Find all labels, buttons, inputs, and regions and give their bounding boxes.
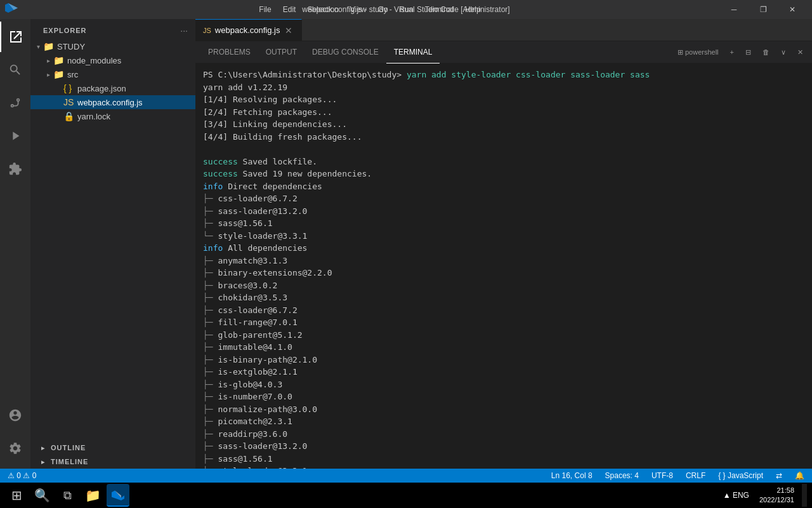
close-button[interactable]: ✕ (778, 0, 807, 19)
account-activity-icon[interactable] (0, 400, 30, 431)
tab-bar: JS webpack.config.js ✕ (195, 19, 812, 41)
terminal-line (203, 143, 804, 156)
minimize-button[interactable]: ─ (719, 0, 749, 19)
titlebar-controls: ─ ❐ ✕ (719, 0, 807, 19)
indentation[interactable]: Spaces: 4 (603, 471, 641, 480)
activity-bar (0, 19, 30, 469)
show-desktop-button[interactable] (802, 484, 807, 507)
tree-item-yarn-lock[interactable]: 🔒 yarn.lock (30, 109, 195, 123)
search-taskbar-button[interactable]: 🔍 (30, 484, 53, 507)
tree-label-src: src (67, 70, 78, 79)
chevron-right-icon: ▸ (43, 71, 53, 78)
tree-item-src[interactable]: ▸ 📁 src (30, 67, 195, 81)
taskbar-right: ▲ ENG 21:58 2022/12/31 (721, 484, 807, 507)
taskbar-datetime[interactable]: 21:58 2022/12/31 (757, 486, 797, 505)
powershell-icon: ⊞ (678, 48, 683, 57)
sidebar-timeline-section[interactable]: ▸ TIMELINE (30, 455, 195, 469)
chevron-right-icon: ▸ (38, 458, 48, 465)
tree-item-package-json[interactable]: { } package.json (30, 81, 195, 95)
terminal-line: ├─ is-glob@4.0.3 (203, 378, 804, 391)
tab-terminal[interactable]: TERMINAL (386, 41, 440, 64)
folder-icon: 📁 (53, 55, 65, 65)
error-warning-count[interactable]: ⚠ 0 ⚠ 0 (5, 471, 39, 480)
vscode-taskbar-icon[interactable] (107, 484, 129, 507)
source-control-activity-icon[interactable] (0, 88, 30, 118)
terminal-label: TERMINAL (394, 48, 433, 57)
tree-item-webpack-config[interactable]: JS webpack.config.js (30, 95, 195, 109)
taskbar-time: 21:58 (759, 486, 794, 495)
kill-terminal-button[interactable]: 🗑 (759, 47, 773, 57)
run-activity-icon[interactable] (0, 121, 30, 151)
terminal-line: ├─ binary-extensions@2.2.0 (203, 267, 804, 279)
panel-tab-right: ⊞ powershell + ⊟ 🗑 ∨ ✕ (674, 47, 812, 58)
format-icon[interactable]: ⇄ (773, 471, 785, 480)
sidebar-more-button[interactable]: ··· (180, 25, 188, 36)
sidebar-outline-section[interactable]: ▸ OUTLINE (30, 441, 195, 455)
lock-icon: 🔒 (63, 111, 75, 121)
terminal-line: ├─ sass-loader@13.2.0 (203, 440, 804, 453)
line-ending[interactable]: CRLF (683, 471, 708, 480)
add-terminal-button[interactable]: + (726, 47, 738, 57)
terminal-line: [4/4] Building fresh packages... (203, 131, 804, 144)
terminal-line: ├─ anymatch@3.1.3 (203, 255, 804, 267)
panel-chevron-down[interactable]: ∨ (777, 47, 790, 58)
terminal-line: ├─ readdirp@3.6.0 (203, 428, 804, 441)
settings-activity-icon[interactable] (0, 433, 30, 464)
app-icon (5, 3, 18, 16)
extensions-activity-icon[interactable] (0, 154, 30, 184)
search-activity-icon[interactable] (0, 55, 30, 85)
cursor-position[interactable]: Ln 16, Col 8 (549, 471, 595, 480)
terminal-line: info All dependencies (203, 242, 804, 255)
panel-tab-bar: PROBLEMS OUTPUT DEBUG CONSOLE TERMINAL ⊞… (195, 41, 812, 64)
sidebar: EXPLORER ··· ▾ 📁 STUDY ▸ 📁 node_modules … (30, 19, 195, 469)
terminal-line: ├─ sass@1.56.1 (203, 217, 804, 230)
tree-label-node-modules: node_modules (67, 56, 121, 65)
tab-webpack-config[interactable]: JS webpack.config.js ✕ (195, 19, 302, 41)
taskbar: ⊞ 🔍 ⧉ 📁 ▲ ENG 21:58 2022/12/31 (0, 483, 812, 508)
tab-output[interactable]: OUTPUT (258, 41, 304, 64)
tab-close-button[interactable]: ✕ (284, 25, 294, 36)
task-view-button[interactable]: ⧉ (56, 484, 79, 507)
terminal-line: ├─ picomatch@2.3.1 (203, 415, 804, 428)
titlebar-title: webpack.config.js - study - Visual Studi… (302, 5, 509, 14)
terminal-line: ├─ css-loader@6.7.2 (203, 304, 804, 317)
taskbar-date: 2022/12/31 (759, 495, 794, 505)
start-button[interactable]: ⊞ (5, 484, 28, 507)
tree-item-study[interactable]: ▾ 📁 STUDY (30, 39, 195, 53)
terminal-line: ├─ css-loader@6.7.2 (203, 192, 804, 205)
terminal-content[interactable]: PS C:\Users\Administrator\Desktop\study>… (195, 64, 812, 469)
notifications-icon[interactable]: 🔔 (792, 471, 807, 480)
explorer-activity-icon[interactable] (0, 22, 30, 52)
warning-icon: ⚠ (23, 471, 30, 480)
taskbar-left: ⊞ 🔍 ⧉ 📁 (5, 484, 129, 507)
terminal-line: ├─ sass@1.56.1 (203, 453, 804, 465)
tab-problems[interactable]: PROBLEMS (200, 41, 258, 64)
terminal-line: ├─ fill-range@7.0.1 (203, 316, 804, 329)
tree-item-node-modules[interactable]: ▸ 📁 node_modules (30, 53, 195, 67)
split-terminal-button[interactable]: ⊟ (742, 47, 755, 58)
tab-js-icon: JS (203, 27, 211, 34)
status-bar-right: Ln 16, Col 8 Spaces: 4 UTF-8 CRLF { } Ja… (549, 471, 807, 480)
explorer-taskbar-icon[interactable]: 📁 (81, 484, 104, 507)
chevron-right-icon: ▸ (43, 57, 53, 64)
terminal-line: └─ style-loader@3.3.1 (203, 230, 804, 243)
debug-console-label: DEBUG CONSOLE (312, 48, 379, 57)
terminal-line: yarn add v1.22.19 (203, 81, 804, 94)
timeline-label: TIMELINE (51, 458, 88, 465)
powershell-label[interactable]: ⊞ powershell (674, 47, 723, 58)
panel-close-button[interactable]: ✕ (794, 47, 807, 58)
menu-file[interactable]: File (254, 4, 276, 15)
tree-label-package-json: package.json (77, 84, 126, 93)
problems-label: PROBLEMS (208, 48, 251, 57)
js-icon: JS (63, 97, 75, 107)
tab-debug-console[interactable]: DEBUG CONSOLE (304, 41, 386, 64)
tree-label-webpack-config: webpack.config.js (77, 98, 143, 107)
language-mode[interactable]: { } JavaScript (716, 471, 766, 480)
menu-edit[interactable]: Edit (278, 4, 301, 15)
terminal-line: ├─ glob-parent@5.1.2 (203, 329, 804, 342)
terminal-line: ├─ is-binary-path@2.1.0 (203, 354, 804, 366)
folder-icon: 📁 (53, 69, 65, 79)
encoding[interactable]: UTF-8 (649, 471, 676, 480)
tray-icons[interactable]: ▲ ENG (721, 491, 752, 500)
maximize-button[interactable]: ❐ (749, 0, 778, 19)
